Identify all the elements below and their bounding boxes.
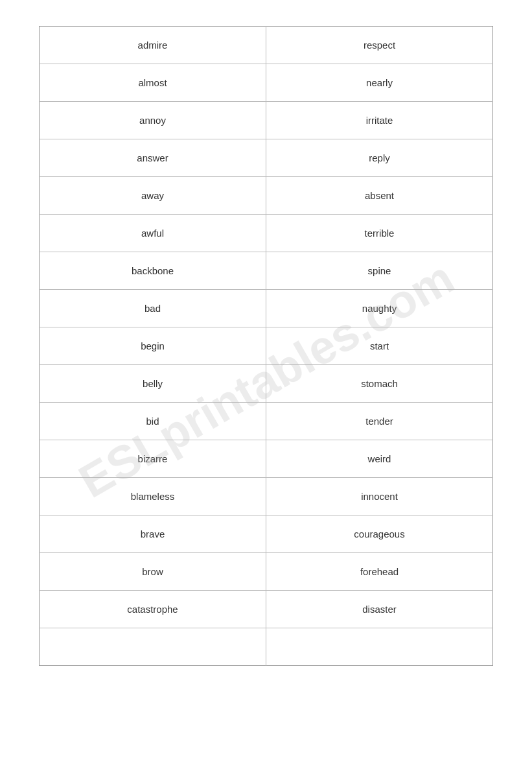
word-cell: catastrophe <box>40 591 266 628</box>
word-cell: almost <box>40 64 266 102</box>
synonym-cell: irritate <box>266 102 493 139</box>
word-cell: blameless <box>40 478 266 515</box>
synonym-cell: disaster <box>266 591 493 628</box>
table-row: awfulterrible <box>40 215 493 252</box>
table-row: bizarreweird <box>40 440 493 478</box>
word-cell: bad <box>40 290 266 327</box>
table-row: annoyirritate <box>40 102 493 139</box>
table-row <box>40 628 493 666</box>
table-row: bravecourageous <box>40 515 493 553</box>
table-row: backbonespine <box>40 252 493 290</box>
synonym-cell: start <box>266 327 493 365</box>
synonym-cell: forehead <box>266 553 493 591</box>
word-cell: brave <box>40 515 266 553</box>
word-cell: brow <box>40 553 266 591</box>
table-row: answerreply <box>40 139 493 177</box>
word-cell <box>40 628 266 666</box>
synonym-cell: spine <box>266 252 493 290</box>
word-cell: awful <box>40 215 266 252</box>
table-row: blamelessinnocent <box>40 478 493 515</box>
synonym-cell: reply <box>266 139 493 177</box>
word-cell: admire <box>40 27 266 64</box>
word-cell: bid <box>40 403 266 440</box>
table-row: catastrophedisaster <box>40 591 493 628</box>
table-row: browforehead <box>40 553 493 591</box>
word-cell: backbone <box>40 252 266 290</box>
synonym-cell: naughty <box>266 290 493 327</box>
synonym-cell: respect <box>266 27 493 64</box>
table-row: bellystomach <box>40 365 493 403</box>
synonym-cell: weird <box>266 440 493 478</box>
word-cell: answer <box>40 139 266 177</box>
synonym-cell <box>266 628 493 666</box>
table-row: badnaughty <box>40 290 493 327</box>
synonym-cell: absent <box>266 177 493 215</box>
vocabulary-table: admirerespectalmostnearlyannoyirritatean… <box>39 26 493 666</box>
word-cell: bizarre <box>40 440 266 478</box>
table-row: admirerespect <box>40 27 493 64</box>
synonym-cell: innocent <box>266 478 493 515</box>
table-row: awayabsent <box>40 177 493 215</box>
synonym-cell: nearly <box>266 64 493 102</box>
table-row: almostnearly <box>40 64 493 102</box>
synonym-cell: stomach <box>266 365 493 403</box>
word-cell: begin <box>40 327 266 365</box>
synonym-cell: courageous <box>266 515 493 553</box>
synonym-cell: terrible <box>266 215 493 252</box>
synonym-cell: tender <box>266 403 493 440</box>
word-cell: away <box>40 177 266 215</box>
page-container: ESLprintables.com admirerespectalmostnea… <box>0 0 532 758</box>
table-row: bidtender <box>40 403 493 440</box>
word-cell: annoy <box>40 102 266 139</box>
table-row: beginstart <box>40 327 493 365</box>
word-cell: belly <box>40 365 266 403</box>
